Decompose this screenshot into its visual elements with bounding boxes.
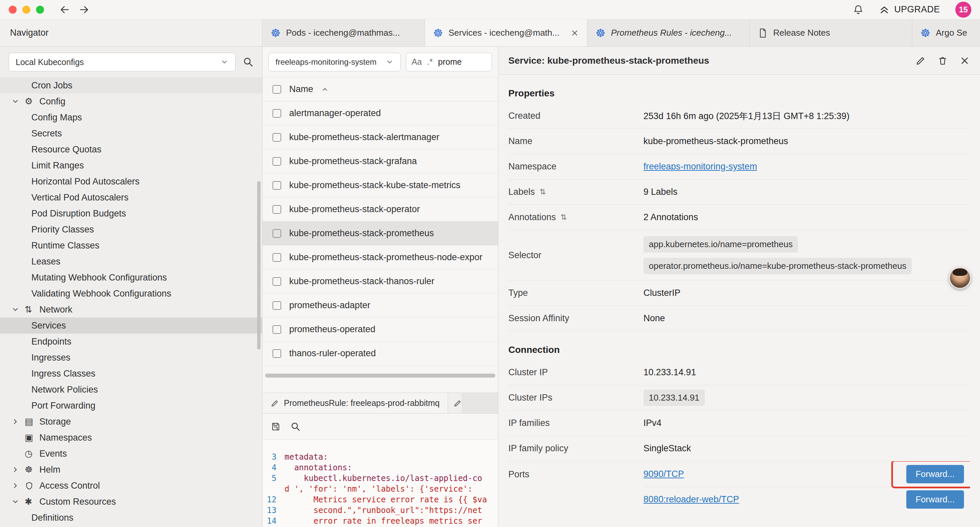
- sidebar-item-config-maps[interactable]: Config Maps: [0, 110, 262, 126]
- table-row-kube-prometheus-stack-kube-state-metrics[interactable]: kube-prometheus-stack-kube-state-metrics: [262, 174, 498, 197]
- sidebar-item-ingresses[interactable]: Ingresses: [0, 350, 262, 366]
- sidebar-item-vertical-pod-autoscalers[interactable]: Vertical Pod Autoscalers: [0, 189, 262, 205]
- row-checkbox[interactable]: [272, 181, 281, 190]
- sidebar-item-services[interactable]: Services: [0, 318, 262, 334]
- tab-pods-icecheng-mathmas[interactable]: ☸Pods - icecheng@mathmas...: [262, 19, 425, 46]
- sidebar-item-custom-resources[interactable]: ✱Custom Resources: [0, 494, 262, 509]
- sidebar-item-pod-disruption-budgets[interactable]: Pod Disruption Budgets: [0, 205, 262, 221]
- port-link-9090-tcp[interactable]: 9090/TCP: [643, 469, 684, 479]
- table-row-prometheus-operated[interactable]: prometheus-operated: [262, 318, 498, 342]
- sidebar-item-cron-jobs[interactable]: Cron Jobs: [0, 77, 262, 93]
- property-label-text: Cluster IPs: [508, 393, 552, 403]
- avatar[interactable]: [949, 267, 971, 289]
- sidebar-item-endpoints[interactable]: Endpoints: [0, 334, 262, 350]
- table-row-kube-prometheus-stack-operator[interactable]: kube-prometheus-stack-operator: [262, 197, 498, 221]
- table-row-kube-prometheus-stack-alertmanager[interactable]: kube-prometheus-stack-alertmanager: [262, 126, 498, 150]
- table-row-thanos-ruler-operated[interactable]: thanos-ruler-operated: [262, 342, 498, 366]
- close-window-button[interactable]: [9, 6, 17, 14]
- chevron-right-icon[interactable]: [11, 417, 25, 426]
- table-row-prometheus-adapter[interactable]: prometheus-adapter: [262, 293, 498, 318]
- column-header-name[interactable]: Name: [289, 84, 313, 94]
- row-checkbox[interactable]: [272, 157, 281, 166]
- sidebar-item-network[interactable]: ⇅Network: [0, 301, 262, 318]
- dock-tab-partial[interactable]: [448, 393, 463, 413]
- horizontal-scrollbar[interactable]: [265, 374, 495, 377]
- sidebar-item-resource-quotas[interactable]: Resource Quotas: [0, 142, 262, 158]
- sidebar-item-horizontal-pod-autoscalers[interactable]: Horizontal Pod Autoscalers: [0, 174, 262, 189]
- sidebar-item-config[interactable]: ⚙Config: [0, 93, 262, 110]
- sidebar-item-priority-classes[interactable]: Priority Classes: [0, 221, 262, 237]
- row-checkbox[interactable]: [272, 325, 281, 334]
- sidebar-item-secrets[interactable]: Secrets: [0, 126, 262, 142]
- upgrade-button[interactable]: UPGRADE: [879, 4, 940, 15]
- sidebar-item-runtime-classes[interactable]: Runtime Classes: [0, 237, 262, 253]
- tab-release-notes[interactable]: Release Notes: [750, 19, 912, 46]
- table-row-alertmanager-operated[interactable]: alertmanager-operated: [262, 101, 498, 126]
- chevron-down-icon[interactable]: [11, 498, 25, 506]
- sidebar-item-helm[interactable]: ☸Helm: [0, 462, 262, 478]
- property-label: Ports: [508, 461, 643, 512]
- edit-icon[interactable]: [915, 56, 926, 66]
- kubeconfig-selector[interactable]: Local Kubeconfigs: [9, 53, 235, 72]
- notifications-bell-icon[interactable]: [853, 4, 864, 15]
- tab-argo-se[interactable]: ☸Argo Se: [912, 19, 980, 46]
- row-checkbox[interactable]: [272, 301, 281, 310]
- sidebar-item-label: Namespaces: [39, 433, 92, 443]
- notification-count-badge[interactable]: 15: [955, 2, 971, 18]
- yaml-editor[interactable]: 3metadata:4 annotations:5 kubectl.kubern…: [262, 439, 498, 527]
- sidebar-item-storage[interactable]: ▤Storage: [0, 414, 262, 430]
- regex-toggle[interactable]: .*: [427, 57, 433, 67]
- expand-toggle-icon[interactable]: ⇅: [561, 213, 567, 222]
- row-checkbox[interactable]: [272, 133, 281, 142]
- sidebar-item-access-control[interactable]: Access Control: [0, 478, 262, 494]
- table-row-kube-prometheus-stack-prometheus[interactable]: kube-prometheus-stack-prometheus: [262, 221, 498, 245]
- forward-button[interactable]: [78, 4, 90, 16]
- sidebar-item-definitions[interactable]: Definitions: [0, 509, 262, 525]
- maximize-window-button[interactable]: [36, 6, 44, 14]
- row-checkbox[interactable]: [272, 253, 281, 262]
- chevron-right-icon[interactable]: [11, 482, 25, 490]
- tab-prometheus-rules-icecheng[interactable]: ☸Prometheus Rules - icecheng...: [587, 19, 750, 46]
- match-case-toggle[interactable]: Aa: [412, 57, 422, 67]
- dock-tab-prometheusrule-freeleaps-prod-rabbitmq[interactable]: PrometheusRule: freeleaps-prod-rabbitmq: [262, 393, 448, 413]
- port-link-8080-reloader-web-tcp[interactable]: 8080:reloader-web/TCP: [643, 494, 739, 505]
- chevron-down-icon[interactable]: [11, 97, 25, 105]
- sidebar-item-limit-ranges[interactable]: Limit Ranges: [0, 158, 262, 174]
- namespace-link[interactable]: freeleaps-monitoring-system: [643, 161, 757, 172]
- expand-toggle-icon[interactable]: ⇅: [540, 188, 546, 196]
- sidebar-item-port-forwarding[interactable]: Port Forwarding: [0, 398, 262, 414]
- tab-services-icecheng-math[interactable]: ☸Services - icecheng@math...: [425, 19, 587, 46]
- row-checkbox[interactable]: [272, 205, 281, 214]
- delete-icon[interactable]: [937, 56, 948, 66]
- save-icon[interactable]: [270, 422, 280, 431]
- namespace-selector[interactable]: freeleaps-monitoring-system: [269, 53, 401, 72]
- sidebar-item-ingress-classes[interactable]: Ingress Classes: [0, 366, 262, 382]
- search-input[interactable]: Aa .* prome: [406, 53, 492, 72]
- back-button[interactable]: [59, 4, 71, 16]
- property-label-text: Ports: [508, 469, 529, 480]
- close-tab-icon[interactable]: [570, 29, 579, 37]
- sidebar-search-icon[interactable]: [243, 57, 253, 67]
- row-checkbox[interactable]: [272, 277, 281, 286]
- table-row-kube-prometheus-stack-prometheus-node-expor[interactable]: kube-prometheus-stack-prometheus-node-ex…: [262, 245, 498, 269]
- sidebar-item-validating-webhook-configurations[interactable]: Validating Webhook Configurations: [0, 285, 262, 301]
- select-all-checkbox[interactable]: [272, 85, 281, 94]
- sidebar-item-events[interactable]: ◷Events: [0, 446, 262, 462]
- row-checkbox[interactable]: [272, 349, 281, 358]
- sidebar-item-mutating-webhook-configurations[interactable]: Mutating Webhook Configurations: [0, 269, 262, 285]
- table-row-kube-prometheus-stack-thanos-ruler[interactable]: kube-prometheus-stack-thanos-ruler: [262, 269, 498, 293]
- editor-search-icon[interactable]: [291, 422, 301, 431]
- minimize-window-button[interactable]: [22, 6, 30, 14]
- close-details-icon[interactable]: [959, 56, 970, 66]
- sidebar-item-network-policies[interactable]: Network Policies: [0, 382, 262, 398]
- sidebar-item-leases[interactable]: Leases: [0, 253, 262, 269]
- chevron-down-icon[interactable]: [11, 306, 25, 314]
- sidebar-scrollbar[interactable]: [257, 181, 261, 350]
- row-checkbox[interactable]: [272, 109, 281, 118]
- forward-button[interactable]: Forward...: [906, 490, 964, 509]
- table-row-kube-prometheus-stack-grafana[interactable]: kube-prometheus-stack-grafana: [262, 150, 498, 174]
- chevron-right-icon[interactable]: [11, 466, 25, 474]
- forward-button[interactable]: Forward...: [906, 465, 964, 483]
- row-checkbox[interactable]: [272, 229, 281, 238]
- sidebar-item-namespaces[interactable]: ▣Namespaces: [0, 430, 262, 446]
